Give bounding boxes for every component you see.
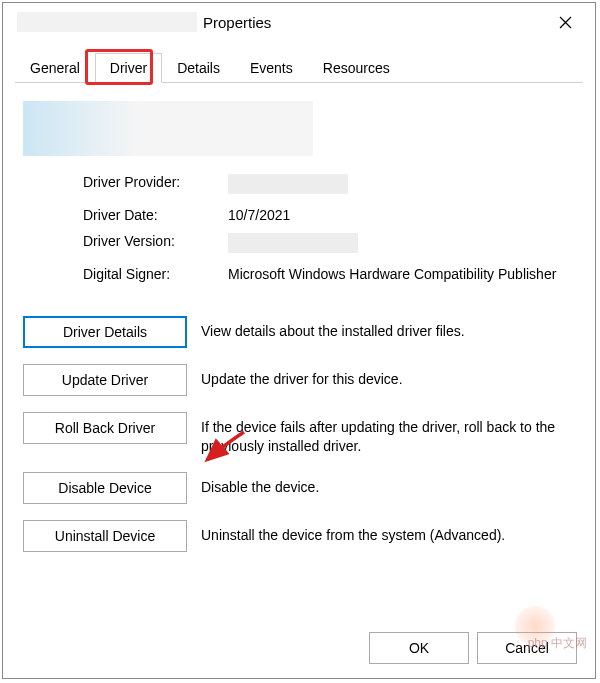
ok-button[interactable]: OK bbox=[369, 632, 469, 664]
signer-label: Digital Signer: bbox=[83, 266, 228, 282]
tab-resources[interactable]: Resources bbox=[308, 53, 405, 82]
disable-device-button[interactable]: Disable Device bbox=[23, 472, 187, 504]
device-icon-redacted bbox=[23, 101, 313, 156]
rollback-driver-desc: If the device fails after updating the d… bbox=[201, 412, 575, 456]
version-label: Driver Version: bbox=[83, 233, 228, 256]
date-value: 10/7/2021 bbox=[228, 207, 575, 223]
tab-driver[interactable]: Driver bbox=[95, 53, 162, 83]
action-row-disable: Disable Device Disable the device. bbox=[23, 472, 575, 504]
version-value-redacted bbox=[228, 233, 358, 253]
cancel-button[interactable]: Cancel bbox=[477, 632, 577, 664]
info-version: Driver Version: bbox=[83, 233, 575, 256]
titlebar: Properties bbox=[3, 3, 595, 41]
disable-device-desc: Disable the device. bbox=[201, 472, 319, 497]
window-title: Properties bbox=[203, 14, 271, 31]
info-signer: Digital Signer: Microsoft Windows Hardwa… bbox=[83, 266, 575, 282]
uninstall-device-button[interactable]: Uninstall Device bbox=[23, 520, 187, 552]
close-button[interactable] bbox=[543, 7, 587, 37]
driver-details-desc: View details about the installed driver … bbox=[201, 316, 465, 341]
update-driver-button[interactable]: Update Driver bbox=[23, 364, 187, 396]
update-driver-desc: Update the driver for this device. bbox=[201, 364, 403, 389]
tab-events[interactable]: Events bbox=[235, 53, 308, 82]
signer-value: Microsoft Windows Hardware Compatibility… bbox=[228, 266, 575, 282]
info-provider: Driver Provider: bbox=[83, 174, 575, 197]
title-redacted bbox=[17, 12, 197, 32]
tab-content: Driver Provider: Driver Date: 10/7/2021 … bbox=[3, 83, 595, 578]
action-row-rollback: Roll Back Driver If the device fails aft… bbox=[23, 412, 575, 456]
provider-value-redacted bbox=[228, 174, 348, 194]
action-row-details: Driver Details View details about the in… bbox=[23, 316, 575, 348]
dialog-footer: OK Cancel bbox=[369, 632, 577, 664]
action-row-update: Update Driver Update the driver for this… bbox=[23, 364, 575, 396]
rollback-driver-button[interactable]: Roll Back Driver bbox=[23, 412, 187, 444]
uninstall-device-desc: Uninstall the device from the system (Ad… bbox=[201, 520, 505, 545]
driver-details-button[interactable]: Driver Details bbox=[23, 316, 187, 348]
tab-details[interactable]: Details bbox=[162, 53, 235, 82]
tab-bar: General Driver Details Events Resources bbox=[15, 53, 583, 83]
info-date: Driver Date: 10/7/2021 bbox=[83, 207, 575, 223]
action-row-uninstall: Uninstall Device Uninstall the device fr… bbox=[23, 520, 575, 552]
provider-label: Driver Provider: bbox=[83, 174, 228, 197]
date-label: Driver Date: bbox=[83, 207, 228, 223]
properties-dialog: Properties General Driver Details Events… bbox=[2, 2, 596, 679]
tab-general[interactable]: General bbox=[15, 53, 95, 82]
